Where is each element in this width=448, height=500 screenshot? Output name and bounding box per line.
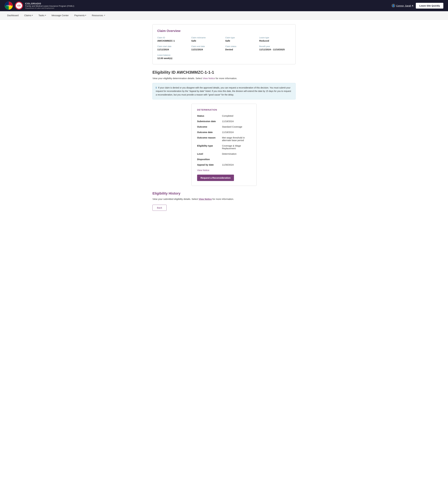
claim-type-value: Safe	[225, 39, 257, 42]
tasks-caret-icon: ▾	[45, 14, 46, 16]
header-brand-area: COLE CO COLORADO Family and Medical Leav…	[5, 1, 74, 10]
det-eligibility-type-value: Coverage & Wage Replacement	[222, 144, 251, 150]
claim-nickname-field: Claim nickname Safe	[191, 36, 223, 42]
claim-id-value: AWCH3MMZC-1	[157, 39, 189, 42]
det-disposition-row: Disposition	[197, 158, 251, 161]
leave-balance-field: Leave balance 12.00 week(s)	[157, 54, 189, 59]
leave-balance-value: 12.00 week(s)	[157, 57, 189, 59]
det-status-label: Status	[197, 115, 222, 117]
benefit-year-value: 11/11/2024 - 11/10/2025	[259, 48, 291, 51]
eligibility-history-description: View your submitted eligibility details.…	[152, 198, 296, 200]
det-level-value: Determination	[222, 153, 237, 155]
claim-overview-card: Claim Overview Claim ID AWCH3MMZC-1 Clai…	[152, 24, 296, 64]
det-level-row: Level Determination	[197, 153, 251, 155]
det-outcome-reason-label: Outcome reason	[197, 136, 222, 139]
det-disposition-label: Disposition	[197, 158, 222, 161]
claim-fields-grid: Claim ID AWCH3MMZC-1 Claim nickname Safe…	[157, 36, 291, 59]
claims-caret-icon: ▾	[32, 14, 33, 16]
nav-dashboard[interactable]: Dashboard	[5, 11, 21, 19]
nav-payments[interactable]: Payments ▾	[72, 11, 89, 19]
request-reconsideration-button[interactable]: Request a Reconsideration	[197, 175, 234, 181]
claim-nickname-label: Claim nickname	[191, 36, 223, 39]
payments-caret-icon: ▾	[85, 14, 86, 16]
claim-nickname-value: Safe	[191, 39, 223, 42]
nav-tasks[interactable]: Tasks ▾	[36, 11, 48, 19]
determination-wrapper: DETERMINATION Status Completed Submissio…	[152, 104, 296, 186]
claim-type-field: Claim type Safe	[225, 36, 257, 42]
user-menu-button[interactable]: 👤 Connor, Sarah ▾	[392, 4, 414, 7]
claim-start-date-field: Claim start date 11/11/2024	[157, 45, 189, 51]
user-name-label: Connor, Sarah	[396, 4, 411, 7]
determination-view-notice-link[interactable]: View Notice	[197, 169, 251, 172]
claim-type-label: Claim type	[225, 36, 257, 39]
det-appeal-date-value: 11/30/2024	[222, 163, 234, 166]
det-submission-value: 11/18/2024	[222, 120, 234, 122]
eligibility-desc-pre: View your eligibility determination deta…	[152, 77, 202, 80]
det-eligibility-type-label: Eligibility type	[197, 144, 222, 147]
user-caret-icon: ▾	[412, 4, 413, 7]
det-status-row: Status Completed	[197, 115, 251, 117]
det-outcome-reason-row: Outcome reason Met wage threshold in alt…	[197, 136, 251, 142]
brand-text: COLORADO Family and Medical Leave Insura…	[25, 2, 74, 9]
claim-status-value: Denied	[225, 48, 257, 51]
back-button[interactable]: Back	[152, 205, 167, 211]
det-outcome-label: Outcome	[197, 125, 222, 128]
external-link-icon: ↗	[104, 14, 105, 17]
claim-end-date-value: 11/21/2024	[191, 48, 223, 51]
leave-site-button[interactable]: Leave Site Quickly	[416, 3, 443, 9]
det-status-value: Completed	[222, 115, 233, 117]
eligibility-id-heading: Eligibility ID AWCH3MMZC-1-1-1	[152, 70, 296, 75]
leave-type-field: Leave type Reduced	[259, 36, 291, 42]
leave-balance-label: Leave balance	[157, 54, 189, 56]
reconsideration-info-box: ℹ If your claim is denied or you disagre…	[152, 83, 296, 99]
det-appeal-date-label: Appeal by date	[197, 163, 222, 166]
leave-type-label: Leave type	[259, 36, 291, 39]
claim-end-date-field: Claim end date 11/21/2024	[191, 45, 223, 51]
co-logo: CO	[15, 1, 23, 10]
header-actions: 👤 Connor, Sarah ▾ Leave Site Quickly	[392, 3, 443, 9]
info-icon: ℹ	[156, 86, 157, 89]
colorado-logo: COLE	[5, 1, 13, 10]
svg-text:COLE: COLE	[7, 5, 11, 7]
history-view-notice-link[interactable]: View Notice	[199, 198, 212, 200]
brand-subtitle: Family and Medical Leave Insurance Progr…	[25, 5, 74, 7]
main-content: Claim Overview Claim ID AWCH3MMZC-1 Clai…	[149, 24, 299, 211]
det-outcome-row: Outcome Standard Coverage	[197, 125, 251, 128]
claim-end-date-label: Claim end date	[191, 45, 223, 48]
history-desc-post: for more information.	[212, 198, 234, 200]
main-navigation: Dashboard Claims ▾ Tasks ▾ Message Cente…	[0, 11, 448, 20]
eligibility-view-notice-link[interactable]: View Notice	[203, 77, 215, 80]
user-icon: 👤	[392, 4, 395, 7]
claim-overview-title: Claim Overview	[157, 29, 291, 33]
site-header: COLE CO COLORADO Family and Medical Leav…	[0, 0, 448, 11]
benefit-year-label: Benefit year	[259, 45, 291, 48]
info-box-text: If your claim is denied or you disagree …	[156, 86, 291, 96]
leave-type-value: Reduced	[259, 39, 291, 42]
claim-id-label: Claim ID	[157, 36, 189, 39]
nav-resources[interactable]: Resources ↗	[89, 11, 108, 19]
claim-status-label: Claim status	[225, 45, 257, 48]
det-appeal-date-row: Appeal by date 11/30/2024	[197, 163, 251, 166]
det-outcome-reason-value: Met wage threshold in alternate base per…	[222, 136, 251, 142]
brand-title: COLORADO	[25, 2, 74, 5]
det-submission-label: Submission date	[197, 120, 222, 122]
det-submission-row: Submission date 11/18/2024	[197, 120, 251, 122]
history-desc-pre: View your submitted eligibility details.…	[152, 198, 198, 200]
det-outcome-value: Standard Coverage	[222, 125, 242, 128]
claim-start-date-value: 11/11/2024	[157, 48, 189, 51]
determination-title: DETERMINATION	[197, 109, 251, 111]
svg-text:CO: CO	[17, 4, 20, 7]
det-outcome-date-row: Outcome date 11/18/2024	[197, 131, 251, 134]
eligibility-description: View your eligibility determination deta…	[152, 77, 296, 80]
brand-dept: Department of Labor and Employment	[25, 7, 74, 9]
claim-status-field: Claim status Denied	[225, 45, 257, 51]
nav-claims[interactable]: Claims ▾	[22, 11, 35, 19]
det-level-label: Level	[197, 153, 222, 155]
det-outcome-date-value: 11/18/2024	[222, 131, 234, 134]
eligibility-history-title: Eligibility History	[152, 191, 296, 195]
det-eligibility-type-row: Eligibility type Coverage & Wage Replace…	[197, 144, 251, 150]
claim-start-date-label: Claim start date	[157, 45, 189, 48]
benefit-year-field: Benefit year 11/11/2024 - 11/10/2025	[259, 45, 291, 51]
claim-id-field: Claim ID AWCH3MMZC-1	[157, 36, 189, 42]
nav-message-center[interactable]: Message Center	[49, 11, 71, 19]
